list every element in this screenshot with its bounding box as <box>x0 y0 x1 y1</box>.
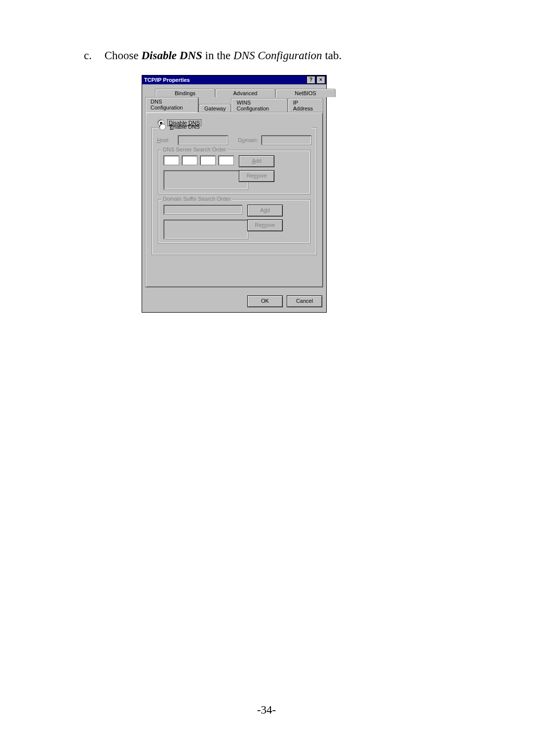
close-icon: × <box>319 77 322 82</box>
tab-dns-configuration[interactable]: DNS Configuration <box>145 97 199 112</box>
enable-dns-group: Enable DNS Host: Domain: DNS Server Sear… <box>152 127 317 255</box>
domain-suffix-list[interactable] <box>163 219 248 239</box>
tab-netbios[interactable]: NetBIOS <box>275 89 336 97</box>
suffix-add-button[interactable]: Add <box>247 205 283 216</box>
titlebar[interactable]: TCP/IP Properties ? × <box>142 75 326 84</box>
tab-wins-configuration[interactable]: WINS Configuration <box>231 98 287 112</box>
tab-gateway[interactable]: Gateway <box>199 104 231 112</box>
host-input[interactable] <box>178 135 228 145</box>
domain-label: Domain: <box>238 137 258 143</box>
tcpip-properties-dialog: TCP/IP Properties ? × Bindings Advanced … <box>142 75 327 313</box>
host-domain-row: Host: Domain: <box>157 135 311 145</box>
instr-tail: tab. <box>322 49 342 62</box>
dns-server-list[interactable] <box>163 170 248 190</box>
group-dns-server-legend: DNS Server Search Order <box>161 146 228 152</box>
radio-dot-empty-icon <box>159 123 166 130</box>
dialog-title: TCP/IP Properties <box>144 77 305 83</box>
list-marker: c. <box>84 48 102 63</box>
dns-ip-input[interactable]: ... <box>163 155 234 165</box>
help-icon: ? <box>309 77 312 82</box>
domain-suffix-input[interactable] <box>163 205 242 215</box>
host-label: Host: <box>157 137 178 143</box>
dns-add-button[interactable]: Add <box>239 155 274 167</box>
ok-button[interactable]: OK <box>247 295 283 307</box>
group-dns-server-search-order: DNS Server Search Order ... Add Remove <box>158 150 310 194</box>
instr-mid: in the <box>202 49 233 62</box>
dns-config-panel: Disable DNS Enable DNS Host: Domain: <box>145 112 323 288</box>
instruction-line: c. Choose Disable DNS in the DNS Configu… <box>84 48 342 63</box>
tab-row-front: DNS Configuration Gateway WINS Configura… <box>145 97 323 112</box>
radio-enable-dns-label: Enable DNS <box>169 124 201 130</box>
dialog-footer: OK Cancel <box>142 290 326 312</box>
group-domain-suffix-search-order: Domain Suffix Search Order Add Remove <box>158 199 310 244</box>
cancel-button[interactable]: Cancel <box>287 295 322 307</box>
instr-lead: Choose <box>105 49 142 62</box>
help-button[interactable]: ? <box>306 76 315 84</box>
tab-bindings[interactable]: Bindings <box>155 89 215 97</box>
group-domain-suffix-legend: Domain Suffix Search Order <box>161 196 232 202</box>
dns-remove-button[interactable]: Remove <box>239 170 274 182</box>
tab-ip-address[interactable]: IP Address <box>288 98 323 112</box>
instr-bold: Disable DNS <box>142 49 202 62</box>
close-button[interactable]: × <box>316 76 325 84</box>
tab-row-back: Bindings Advanced NetBIOS <box>155 88 323 97</box>
tab-advanced[interactable]: Advanced <box>215 89 275 97</box>
domain-input[interactable] <box>261 135 311 145</box>
page-number: -34- <box>0 704 533 717</box>
instr-italic: DNS Configuration <box>233 49 322 62</box>
suffix-remove-button[interactable]: Remove <box>247 219 283 231</box>
radio-enable-dns[interactable]: Enable DNS <box>159 123 311 130</box>
